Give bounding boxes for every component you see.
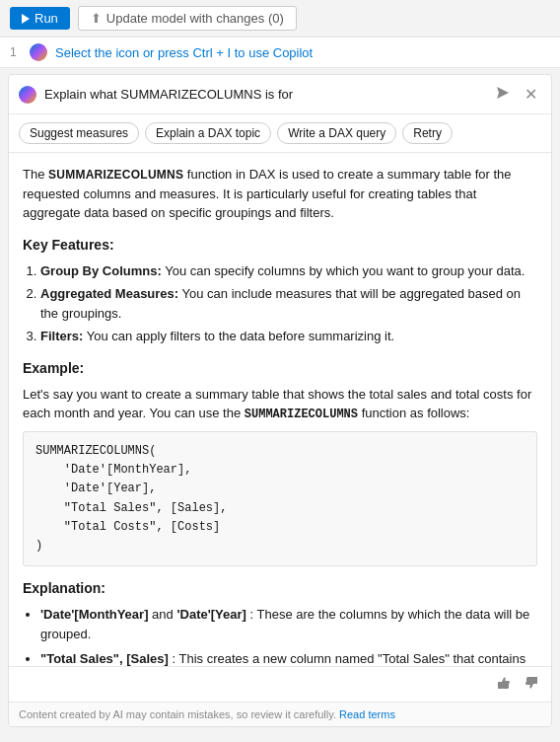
panel-footer (9, 666, 551, 702)
item-bold-2: 'Date'[Year] (176, 607, 246, 622)
send-button[interactable] (493, 83, 513, 106)
item-bold: Filters: (40, 329, 83, 343)
example-suffix: function as follows: (362, 406, 470, 420)
retry-pill[interactable]: Retry (402, 122, 453, 144)
run-label: Run (35, 11, 58, 26)
item-bold: 'Date'[MonthYear] (40, 607, 148, 622)
key-features-title: Key Features: (23, 235, 537, 256)
item-text: You can specify columns by which you wan… (165, 263, 525, 278)
line-number: 1 (10, 45, 22, 59)
list-item: Group By Columns: You can specify column… (40, 261, 537, 281)
suggestions-row: Suggest measures Explain a DAX topic Wri… (9, 114, 551, 153)
copilot-bar: 1 Select the icon or press Ctrl + I to u… (0, 37, 560, 68)
intro-prefix: The (23, 167, 48, 182)
item-bold: "Total Sales", [Sales] (40, 651, 169, 666)
disclaimer-text: Content created by AI may contain mistak… (19, 708, 339, 720)
search-bar: ✕ (9, 75, 551, 114)
suggest-measures-pill[interactable]: Suggest measures (19, 122, 139, 144)
list-item: "Total Sales", [Sales] : This creates a … (40, 649, 537, 666)
thumbs-down-button[interactable] (522, 673, 541, 696)
update-model-button[interactable]: ⬆ Update model with changes (0) (78, 6, 297, 31)
send-icon (495, 85, 511, 101)
close-button[interactable]: ✕ (521, 83, 541, 106)
play-icon (22, 14, 30, 24)
code-block: SUMMARIZECOLUMNS( 'Date'[MonthYear], 'Da… (23, 431, 537, 566)
list-item: 'Date'[MonthYear] and 'Date'[Year] : The… (40, 605, 537, 643)
explain-dax-topic-pill[interactable]: Explain a DAX topic (145, 122, 271, 144)
copilot-logo-icon[interactable] (30, 43, 47, 61)
search-input[interactable] (44, 87, 485, 102)
list-item: Filters: You can apply filters to the da… (40, 327, 537, 346)
toolbar: Run ⬆ Update model with changes (0) (0, 0, 560, 37)
explanation-list: 'Date'[MonthYear] and 'Date'[Year] : The… (23, 605, 537, 666)
list-item: Aggregated Measures: You can include mea… (40, 284, 537, 323)
example-function-name: SUMMARIZECOLUMNS (245, 408, 358, 421)
run-button[interactable]: Run (10, 7, 70, 30)
footer-actions (494, 673, 541, 696)
update-label: Update model with changes (0) (106, 11, 284, 26)
copilot-hint-text: Select the icon or press Ctrl + I to use… (55, 45, 313, 60)
key-features-list: Group By Columns: You can specify column… (23, 261, 537, 346)
copilot-search-logo-icon (19, 86, 36, 104)
content-area: The SUMMARIZECOLUMNS function in DAX is … (9, 153, 551, 666)
function-name-intro: SUMMARIZECOLUMNS (48, 168, 183, 182)
item-bold: Group By Columns: (40, 263, 162, 278)
example-intro: Let's say you want to create a summary t… (23, 385, 537, 424)
intro-paragraph: The SUMMARIZECOLUMNS function in DAX is … (23, 165, 537, 223)
item-text: You can apply filters to the data before… (87, 329, 394, 343)
example-title: Example: (23, 358, 537, 379)
read-terms-link[interactable]: Read terms (339, 708, 395, 720)
copilot-panel: ✕ Suggest measures Explain a DAX topic W… (8, 74, 552, 727)
explanation-title: Explanation: (23, 578, 537, 599)
disclaimer: Content created by AI may contain mistak… (9, 702, 551, 726)
item-mid: and (152, 607, 176, 622)
item-bold: Aggregated Measures: (40, 286, 178, 301)
write-dax-query-pill[interactable]: Write a DAX query (277, 122, 396, 144)
thumbs-up-icon (496, 675, 512, 691)
thumbs-down-icon (524, 675, 539, 691)
thumbs-up-button[interactable] (494, 673, 514, 696)
